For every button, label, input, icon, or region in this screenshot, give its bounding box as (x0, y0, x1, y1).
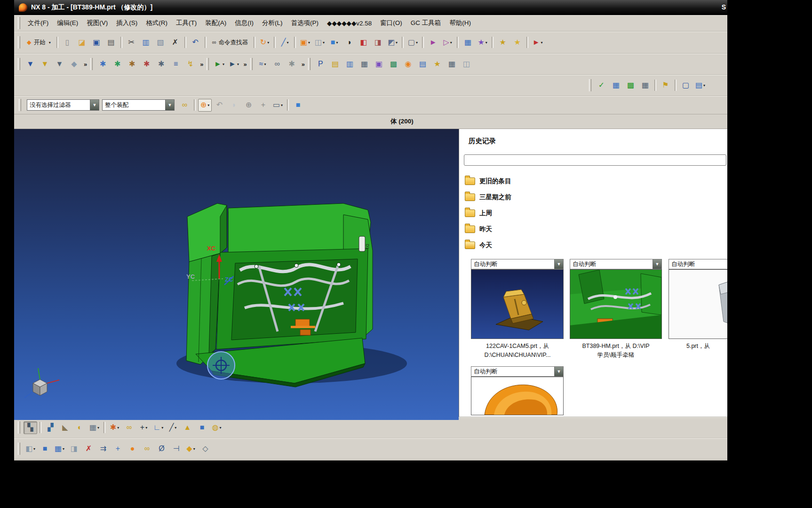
sketch-icon[interactable]: ╱▾ (166, 421, 180, 434)
thumb1-filter-arrow[interactable]: ▼ (554, 259, 563, 269)
toolbar-grip[interactable] (207, 58, 209, 70)
wireframe-cube-icon-dropdown[interactable]: ▾ (396, 40, 398, 45)
save-icon[interactable]: ▣ (90, 36, 103, 49)
relations-icon-dropdown[interactable]: ▾ (486, 40, 487, 45)
gold-diamond-icon[interactable]: ◆▾ (184, 443, 198, 455)
machine-view-icon[interactable]: ◣ (58, 421, 72, 434)
thumb2-filter-dropdown[interactable]: 自动判断 ▼ (570, 259, 662, 269)
mill-tool-icon[interactable]: ▼ (24, 58, 37, 71)
menu-item-9[interactable]: 分析(L) (258, 17, 287, 29)
window-icon[interactable]: ▢▾ (406, 36, 420, 49)
orient-view-icon-dropdown[interactable]: ▾ (308, 40, 310, 45)
grid-icon[interactable]: ▦ (445, 58, 459, 71)
plus-icon-dropdown[interactable]: ▾ (145, 426, 147, 430)
mesh-sphere-icon[interactable]: ◍▾ (210, 421, 223, 434)
start-button[interactable]: ◆开始▾ (24, 36, 54, 49)
plan-icon[interactable]: ▦ (609, 79, 623, 92)
replay-toolpath-icon-dropdown[interactable]: ▾ (223, 62, 224, 66)
cube-icon[interactable]: ■ (195, 421, 209, 434)
verify-toolpath-icon[interactable]: ►▾ (227, 58, 240, 71)
solid-cube-icon[interactable]: ■ (38, 443, 52, 455)
toolpath-graph-icon[interactable]: ≈▾ (256, 58, 270, 71)
menu-item-6[interactable]: 工具(T) (172, 17, 201, 29)
toolbar-grip[interactable] (250, 58, 253, 70)
refresh-icon-dropdown[interactable]: ▾ (267, 40, 269, 45)
menu-item-2[interactable]: 编辑(E) (53, 17, 82, 29)
menu-item-13[interactable]: GC 工具箱 (406, 17, 446, 29)
gold-diamond-icon-dropdown[interactable]: ▾ (193, 447, 195, 451)
selection-scope-arrow[interactable]: ▼ (165, 100, 174, 110)
window-cascade-icon[interactable]: ▚ (24, 421, 37, 434)
history-folder-4[interactable]: 昨天 (465, 221, 727, 237)
thumb4-filter-arrow[interactable]: ▼ (554, 367, 563, 376)
datum-icon-dropdown[interactable]: ▾ (287, 40, 288, 45)
approve-icon[interactable]: ✓ (595, 79, 608, 92)
menu-item-7[interactable]: 装配(A) (201, 17, 231, 29)
thumb1-filter-dropdown[interactable]: 自动判断 ▼ (471, 259, 564, 269)
probe-tool-icon[interactable]: ▼ (53, 58, 66, 71)
paste-icon[interactable]: ▧ (154, 36, 167, 49)
tiger-icon[interactable]: ◉ (401, 58, 415, 71)
viewport-3d[interactable]: D1 XC YC ZC (14, 129, 459, 420)
create-operation-icon[interactable]: ✱ (154, 58, 168, 71)
menu-item-5[interactable]: 格式(R) (142, 17, 172, 29)
menu-grip[interactable] (18, 17, 20, 29)
toolbar-grip[interactable] (18, 443, 20, 455)
datum-icon[interactable]: ╱▾ (278, 36, 292, 49)
key1-icon[interactable]: ★ (496, 36, 509, 49)
copy-icon[interactable]: ▥ (139, 36, 153, 49)
menu-item-8[interactable]: 信息(I) (231, 17, 258, 29)
toolpath-graph-icon-dropdown[interactable]: ▾ (264, 62, 266, 66)
assembly-cube-icon[interactable]: ◨ (371, 36, 385, 49)
toolbar-overflow-chevron[interactable]: » (84, 61, 87, 68)
window-icon-dropdown[interactable]: ▾ (416, 40, 418, 45)
operation-nav-icon[interactable]: ▞ (44, 421, 57, 434)
print-icon[interactable]: ▤ (104, 36, 118, 49)
create-tool-icon[interactable]: ✱ (111, 58, 124, 71)
postprocess-icon[interactable]: P (314, 58, 327, 71)
report-icon-dropdown[interactable]: ▾ (703, 83, 705, 88)
constraints-icon[interactable]: ✗ (82, 443, 96, 455)
mesh-sphere-icon-dropdown[interactable]: ▾ (219, 426, 221, 430)
toolpath-report-icon[interactable]: ▥ (343, 58, 357, 71)
sequence-icon[interactable]: ⇉ (96, 443, 110, 455)
clip-section-icon-dropdown[interactable]: ▾ (323, 40, 325, 45)
undo-icon[interactable]: ↶ (189, 36, 202, 49)
layout-icon[interactable]: ◫ (460, 58, 473, 71)
history-folder-3[interactable]: 上周 (465, 205, 727, 221)
selection-filter-dropdown[interactable]: 没有选择过滤器 ▼ (27, 99, 99, 111)
history-thumb-2[interactable] (570, 269, 662, 339)
wcs-display-icon[interactable]: ▦▾ (88, 421, 101, 434)
prism-icon[interactable]: ▲ (181, 421, 194, 434)
replay-toolpath-icon[interactable]: ►▾ (212, 58, 226, 71)
last-cube-icon[interactable]: ◇ (199, 443, 212, 455)
key2-icon[interactable]: ★ (510, 36, 524, 49)
toolbar-grip[interactable] (589, 79, 591, 91)
report-icon[interactable]: ▤▾ (693, 79, 707, 92)
small-cube-icon[interactable]: ◧▾ (24, 443, 37, 455)
ball-icon[interactable]: ● (126, 443, 139, 455)
cse-editor-icon[interactable]: ▦ (358, 58, 371, 71)
general-select-icon[interactable]: + (256, 99, 270, 112)
flip-view-icon[interactable]: ► (426, 36, 440, 49)
part-navigator-icon[interactable]: ▦ (461, 36, 475, 49)
create-geometry-icon[interactable]: ✱ (125, 58, 139, 71)
new-file-icon[interactable]: ▯ (61, 36, 74, 49)
rotate-point-icon[interactable]: ⊕ (242, 99, 255, 112)
history-folder-2[interactable]: 三星期之前 (465, 189, 727, 205)
toolbar-grip[interactable] (18, 58, 20, 70)
menu-item-4[interactable]: 插入(S) (112, 17, 142, 29)
sketch-icon-dropdown[interactable]: ▾ (175, 426, 176, 430)
clip-section-icon[interactable]: ◫▾ (313, 36, 326, 49)
link-icon[interactable]: ∞ (122, 421, 136, 434)
thumb2-filter-arrow[interactable]: ▼ (653, 259, 661, 269)
orient-view-icon[interactable]: ▣▾ (298, 36, 312, 49)
create-method-icon[interactable]: ✱ (140, 58, 153, 71)
print-doc-icon[interactable]: ▤ (416, 58, 430, 71)
history-thumb-3[interactable] (669, 269, 727, 339)
snap-point-icon[interactable]: ∟▾ (151, 421, 165, 434)
tool-wrench-icon[interactable]: ★ (430, 58, 444, 71)
toolbar-overflow-chevron[interactable]: » (243, 61, 247, 68)
chain-icon[interactable]: ∞ (140, 443, 154, 455)
move-component-icon[interactable]: ◨ (67, 443, 81, 455)
